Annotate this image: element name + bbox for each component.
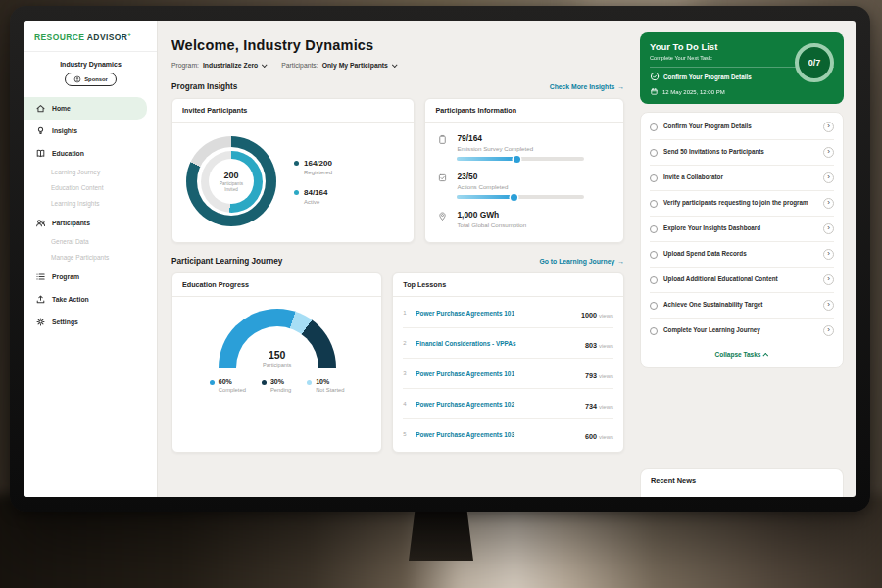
legend-item-not-started: 10% Not Started [307, 378, 344, 393]
sidebar-item-settings[interactable]: Settings [24, 311, 157, 333]
sidebar-item-label: Insights [52, 127, 77, 134]
participants-select[interactable]: Only My Participants [322, 62, 396, 69]
task-checkbox[interactable] [650, 149, 658, 157]
lesson-title-link[interactable]: Power Purchase Agreements 103 [416, 431, 578, 438]
collapse-tasks-button[interactable]: Collapse Tasks [650, 343, 834, 367]
lesson-title-link[interactable]: Power Purchase Agreements 101 [416, 370, 578, 377]
sidebar-item-take-action[interactable]: Take Action [24, 288, 157, 311]
task-checkbox[interactable] [650, 123, 658, 131]
sponsor-badge-label: Sponsor [84, 76, 108, 82]
sidebar-item-general-data[interactable]: General Data [24, 234, 157, 250]
org-name: Industry Dynamics [24, 61, 157, 68]
brand-part2: ADVISOR [87, 32, 128, 42]
sidebar-item-education-content[interactable]: Education Content [24, 180, 157, 196]
chevron-right-icon[interactable]: › [823, 274, 834, 285]
task-label: Complete Your Learning Journey [663, 326, 817, 335]
invited-donut-inner: 200 Participants Invited [201, 151, 263, 213]
sidebar-item-home[interactable]: Home [24, 97, 147, 120]
sidebar-item-label: Education [52, 150, 84, 157]
active-value: 84/164 [304, 188, 327, 197]
lesson-rank: 4 [403, 401, 409, 407]
task-label: Confirm Your Program Details [663, 122, 817, 131]
home-icon [34, 102, 46, 114]
sponsor-badge[interactable]: Sponsor [65, 73, 117, 86]
task-checkbox[interactable] [650, 276, 658, 284]
go-to-learning-journey-label: Go to Learning Journey [540, 258, 615, 265]
sidebar-item-education[interactable]: Education [24, 142, 157, 165]
chevron-right-icon[interactable]: › [823, 325, 834, 336]
education-legend-dot [262, 380, 267, 385]
task-row[interactable]: Explore Your Insights Dashboard › [650, 217, 834, 242]
chevron-right-icon[interactable]: › [823, 198, 834, 209]
lesson-title-link[interactable]: Power Purchase Agreements 102 [416, 401, 578, 408]
pending-label: Pending [270, 387, 291, 393]
lesson-views-label: views [599, 373, 613, 379]
lesson-views-label: views [599, 434, 613, 440]
sidebar-nav: Home Insights Education Learning Journey… [24, 97, 157, 333]
education-legend: 60% Completed 30% Pending [210, 378, 345, 393]
task-checkbox[interactable] [650, 174, 658, 182]
chevron-right-icon[interactable]: › [823, 172, 834, 183]
go-to-learning-journey-link[interactable]: Go to Learning Journey → [540, 258, 624, 265]
program-select[interactable]: Industrialize Zero [203, 62, 266, 69]
lesson-views-value: 803 [585, 341, 597, 350]
filter-bar: Program: Industrialize Zero Participants… [172, 62, 624, 69]
lesson-rank: 5 [403, 431, 409, 437]
task-row[interactable]: Send 50 Invitations to Participants › [650, 140, 834, 166]
lesson-views-label: views [599, 404, 613, 410]
next-task-label: Confirm Your Program Details [663, 74, 752, 80]
chevron-right-icon[interactable]: › [823, 300, 834, 311]
lesson-rank: 3 [403, 370, 409, 376]
task-row[interactable]: Verify participants requesting to join t… [650, 191, 834, 217]
lesson-title-link[interactable]: Financial Considerations - VPPAs [416, 340, 578, 347]
sidebar-item-label: General Data [51, 238, 89, 245]
task-checkbox[interactable] [650, 251, 658, 259]
sidebar: RESOURCE ADVISOR+ Industry Dynamics Spon… [24, 21, 158, 497]
program-filter: Program: Industrialize Zero [172, 62, 266, 69]
check-square-icon [437, 172, 449, 184]
sidebar-item-learning-insights[interactable]: Learning Insights [24, 196, 157, 212]
chevron-right-icon[interactable]: › [823, 223, 834, 234]
invited-participants-body: 200 Participants Invited 164/200 [172, 122, 414, 242]
task-list-card: Confirm Your Program Details › Send 50 I… [640, 112, 844, 368]
task-row[interactable]: Upload Additional Educational Content › [650, 268, 834, 293]
not-started-label: Not Started [316, 387, 344, 393]
registered-value: 164/200 [304, 159, 332, 168]
sidebar-item-learning-journey[interactable]: Learning Journey [24, 165, 157, 180]
invited-donut-gap: 200 Participants Invited [197, 147, 266, 216]
task-label: Upload Spend Data Records [663, 250, 817, 259]
task-row[interactable]: Confirm Your Program Details › [650, 115, 834, 140]
lesson-row: 5 Power Purchase Agreements 103 600views [403, 419, 613, 449]
sidebar-item-program[interactable]: Program [24, 266, 157, 288]
chevron-right-icon[interactable]: › [823, 122, 834, 132]
sidebar-item-label: Participants [52, 220, 90, 226]
sidebar-item-manage-participants[interactable]: Manage Participants [24, 250, 157, 266]
task-row[interactable]: Achieve One Sustainability Target › [650, 293, 834, 318]
lesson-title-link[interactable]: Power Purchase Agreements 101 [416, 310, 574, 317]
monitor-frame: RESOURCE ADVISOR+ Industry Dynamics Spon… [10, 6, 870, 512]
education-progress-card-title: Education Progress [172, 273, 381, 297]
todo-progress-ring: 0/7 [795, 43, 834, 82]
sidebar-item-participants[interactable]: Participants [24, 212, 157, 234]
task-row[interactable]: Invite a Collaborator › [650, 166, 834, 191]
calendar-icon [650, 87, 659, 96]
task-checkbox[interactable] [650, 225, 658, 233]
sidebar-item-label: Manage Participants [51, 254, 109, 261]
check-more-insights-link[interactable]: Check More Insights → [550, 83, 624, 90]
task-row[interactable]: Upload Spend Data Records › [650, 242, 834, 268]
program-filter-label: Program: [172, 62, 199, 69]
chevron-right-icon[interactable]: › [823, 249, 834, 260]
sidebar-item-label: Home [52, 105, 71, 112]
learning-journey-title: Participant Learning Journey [172, 257, 282, 266]
chevron-right-icon[interactable]: › [823, 147, 834, 158]
task-checkbox[interactable] [650, 327, 658, 335]
insights-icon [34, 124, 46, 136]
active-label: Active [304, 199, 327, 205]
emission-survey-progressbar [457, 157, 584, 161]
sidebar-item-insights[interactable]: Insights [24, 120, 157, 142]
task-checkbox[interactable] [650, 200, 658, 208]
task-row[interactable]: Complete Your Learning Journey › [650, 318, 834, 343]
invited-legend-dot [294, 161, 299, 166]
lesson-row: 4 Power Purchase Agreements 102 734views [403, 389, 613, 419]
task-checkbox[interactable] [650, 302, 658, 310]
